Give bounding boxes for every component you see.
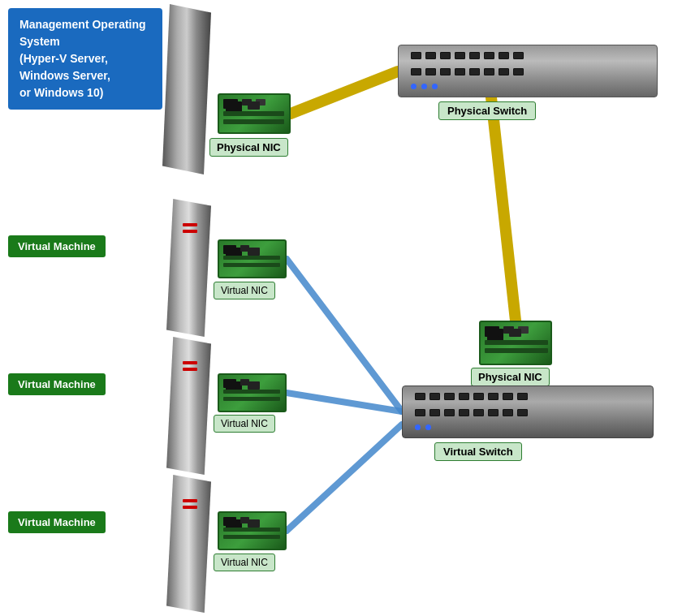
vm2-stripe-2 bbox=[183, 368, 197, 371]
vnic-label-3: Virtual NIC bbox=[214, 554, 275, 571]
svg-line-0 bbox=[291, 71, 398, 114]
vm-tower-1 bbox=[166, 199, 211, 337]
vm-tower-3 bbox=[166, 475, 211, 613]
nic-virtual-3 bbox=[218, 511, 287, 550]
nic-physical-top bbox=[218, 93, 291, 134]
nic-physical-right bbox=[479, 321, 552, 365]
mgmt-os-line3: Windows Server, bbox=[19, 69, 110, 82]
vnic-label-2: Virtual NIC bbox=[214, 415, 275, 433]
nic-physical-top-label: Physical NIC bbox=[209, 138, 288, 157]
physical-switch bbox=[398, 45, 658, 97]
nic-virtual-2 bbox=[218, 373, 287, 412]
management-os-label: Management Operating System (Hyper-V Ser… bbox=[8, 8, 162, 110]
server-tower-main bbox=[162, 4, 211, 174]
vm-tower-2 bbox=[166, 337, 211, 475]
svg-line-2 bbox=[287, 259, 402, 411]
vm2-stripe-1 bbox=[183, 361, 197, 364]
vm-label-2: Virtual Machine bbox=[8, 373, 106, 395]
vnic-label-1: Virtual NIC bbox=[214, 282, 275, 299]
mgmt-os-line4: or Windows 10) bbox=[19, 86, 103, 99]
mgmt-os-line1: Management Operating System bbox=[19, 18, 146, 48]
svg-line-3 bbox=[287, 393, 402, 411]
svg-line-4 bbox=[287, 424, 402, 531]
mgmt-os-line2: (Hyper-V Server, bbox=[19, 52, 108, 65]
physical-switch-label: Physical Switch bbox=[438, 101, 536, 120]
nic-virtual-1 bbox=[218, 239, 287, 278]
vm1-stripe-2 bbox=[183, 230, 197, 233]
virtual-switch bbox=[402, 386, 654, 438]
svg-line-1 bbox=[491, 97, 516, 321]
vm3-stripe-1 bbox=[183, 499, 197, 502]
vm-label-3: Virtual Machine bbox=[8, 511, 106, 533]
vm1-stripe-1 bbox=[183, 223, 197, 226]
vm-label-1: Virtual Machine bbox=[8, 235, 106, 257]
virtual-switch-label: Virtual Switch bbox=[434, 442, 522, 461]
diagram-container: Management Operating System (Hyper-V Ser… bbox=[0, 0, 682, 616]
vm3-stripe-2 bbox=[183, 506, 197, 509]
nic-physical-right-label: Physical NIC bbox=[471, 368, 550, 386]
